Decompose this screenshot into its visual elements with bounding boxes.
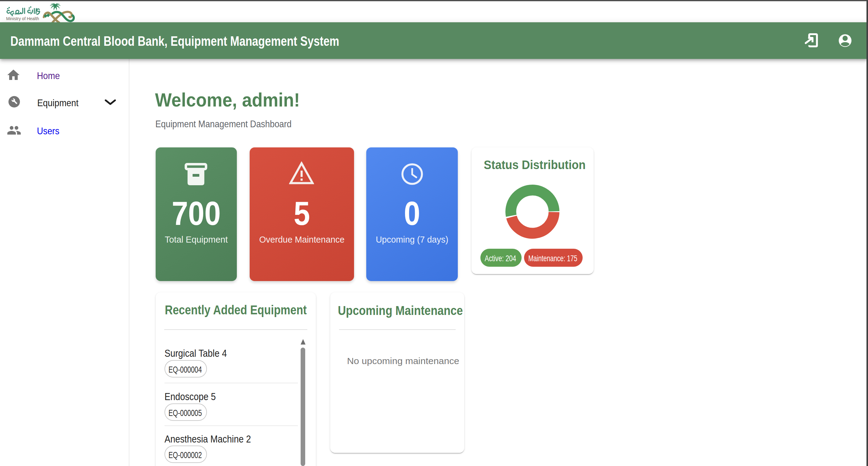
svg-text:Ministry of Health: Ministry of Health bbox=[6, 16, 39, 21]
